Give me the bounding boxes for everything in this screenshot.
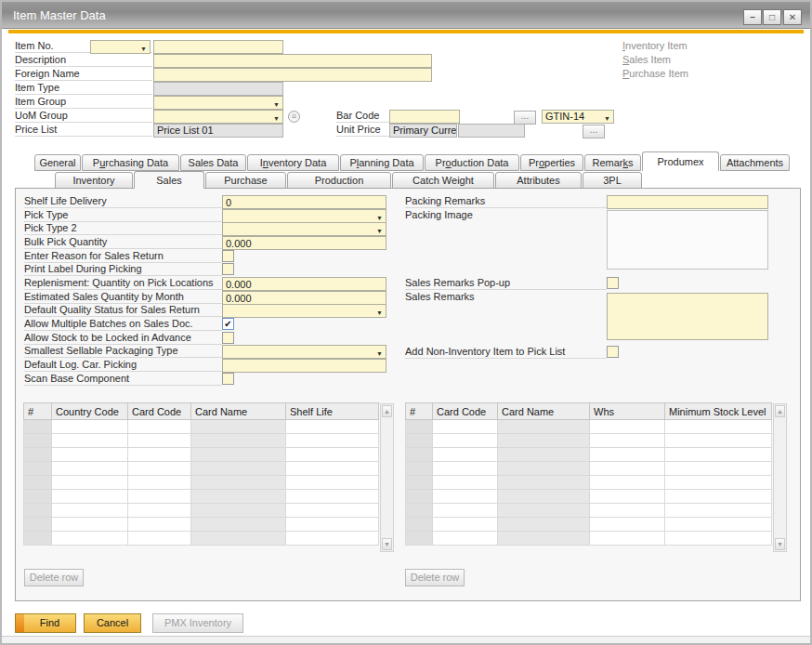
table-cell[interactable] (406, 462, 433, 476)
subtab-sales[interactable]: Sales (134, 171, 204, 189)
table-cell[interactable] (52, 504, 128, 518)
column-header[interactable]: Shelf Life (286, 403, 379, 420)
table-cell[interactable] (24, 532, 52, 546)
estimated-sales-qty-input[interactable] (222, 291, 386, 305)
table-cell[interactable] (191, 532, 286, 546)
table-cell[interactable] (24, 476, 52, 490)
table-cell[interactable] (191, 490, 286, 504)
default-quality-status-select[interactable]: ▼ (222, 304, 386, 318)
cancel-button[interactable]: Cancel (84, 613, 141, 633)
table-cell[interactable] (191, 420, 286, 434)
delete-row-right-button[interactable]: Delete row (405, 569, 465, 586)
table-cell[interactable] (433, 448, 498, 462)
table-cell[interactable] (191, 504, 286, 518)
tab-planning-data[interactable]: Planning Data (340, 154, 424, 171)
table-cell[interactable] (590, 504, 665, 518)
table-cell[interactable] (590, 518, 665, 532)
column-header[interactable]: Country Code (52, 403, 128, 420)
table-cell[interactable] (665, 490, 772, 504)
packing-image-box[interactable] (607, 210, 768, 270)
sales-remarks-textarea[interactable] (607, 293, 768, 340)
table-cell[interactable] (498, 490, 590, 504)
table-cell[interactable] (128, 476, 191, 490)
pick-type-2-select[interactable]: ▼ (222, 222, 386, 236)
scroll-up-icon[interactable]: ▲ (382, 405, 392, 417)
tab-production-data[interactable]: Production Data (425, 154, 519, 171)
table-cell[interactable] (406, 532, 433, 546)
table-cell[interactable] (52, 420, 128, 434)
table-cell[interactable] (52, 434, 128, 448)
close-button[interactable]: ✕ (783, 9, 802, 25)
table-cell[interactable] (406, 504, 433, 518)
column-header[interactable]: # (406, 403, 433, 420)
gtin-select[interactable]: GTIN-14▼ (542, 110, 614, 124)
table-cell[interactable] (286, 462, 379, 476)
table-cell[interactable] (52, 448, 128, 462)
maximize-button[interactable]: □ (763, 9, 781, 25)
column-header[interactable]: Card Name (498, 403, 590, 420)
table-cell[interactable] (128, 434, 191, 448)
table-cell[interactable] (433, 434, 498, 448)
table-cell[interactable] (498, 532, 590, 546)
column-header[interactable]: Card Code (128, 403, 191, 420)
table-cell[interactable] (128, 448, 191, 462)
subtab-3pl[interactable]: 3PL (583, 172, 642, 189)
table-cell[interactable] (286, 434, 379, 448)
tab-inventory-data[interactable]: Inventory Data (247, 154, 339, 171)
pmx-inventory-button[interactable]: PMX Inventory (152, 613, 243, 633)
table-cell[interactable] (191, 448, 286, 462)
bulk-pick-quantity-input[interactable] (222, 236, 386, 250)
enter-reason-sales-return-checkbox[interactable] (222, 250, 234, 262)
table-cell[interactable] (433, 532, 498, 546)
table-cell[interactable] (52, 518, 128, 532)
add-non-inventory-checkbox[interactable] (607, 346, 619, 358)
tab-produmex[interactable]: Produmex (642, 151, 719, 171)
delete-row-left-button[interactable]: Delete row (24, 569, 84, 586)
table-cell[interactable] (406, 518, 433, 532)
table-cell[interactable] (24, 434, 52, 448)
table-cell[interactable] (665, 504, 772, 518)
table-cell[interactable] (665, 462, 772, 476)
table-cell[interactable] (498, 518, 590, 532)
table-cell[interactable] (433, 476, 498, 490)
table-cell[interactable] (128, 518, 191, 532)
smallest-sellable-packaging-select[interactable]: ▼ (222, 345, 386, 359)
table-cell[interactable] (24, 448, 52, 462)
table-cell[interactable] (590, 462, 665, 476)
column-header[interactable]: # (24, 403, 52, 420)
table-cell[interactable] (433, 490, 498, 504)
table-cell[interactable] (24, 490, 52, 504)
uom-group-select[interactable]: ▼ (153, 110, 283, 124)
table-cell[interactable] (590, 490, 665, 504)
subtab-inventory[interactable]: Inventory (55, 172, 133, 189)
table-cell[interactable] (498, 462, 590, 476)
table-cell[interactable] (498, 476, 590, 490)
item-no-input[interactable] (153, 40, 283, 54)
table-cell[interactable] (52, 476, 128, 490)
subtab-purchase[interactable]: Purchase (205, 172, 286, 189)
table-cell[interactable] (665, 420, 772, 434)
shelf-life-delivery-input[interactable] (222, 195, 386, 209)
item-no-mode-select[interactable]: ▼ (90, 40, 151, 54)
table-cell[interactable] (286, 518, 379, 532)
tab-remarks[interactable]: Remarks (584, 154, 641, 171)
table-cell[interactable] (665, 434, 772, 448)
left-table-scrollbar[interactable]: ▲ ▼ (380, 403, 394, 552)
bar-code-browse-button[interactable]: ... (514, 111, 536, 125)
table-cell[interactable] (128, 420, 191, 434)
allow-stock-locked-checkbox[interactable] (222, 332, 234, 344)
scroll-down-icon[interactable]: ▼ (382, 538, 392, 550)
table-cell[interactable] (590, 476, 665, 490)
column-header[interactable]: Card Name (191, 403, 286, 420)
table-cell[interactable] (665, 518, 772, 532)
table-cell[interactable] (286, 448, 379, 462)
table-cell[interactable] (52, 532, 128, 546)
scroll-down-icon[interactable]: ▼ (775, 538, 785, 550)
default-log-car-picking-input[interactable] (222, 359, 386, 373)
sales-remarks-popup-checkbox[interactable] (607, 277, 619, 289)
column-header[interactable]: Card Code (433, 403, 498, 420)
foreign-name-input[interactable] (153, 68, 432, 82)
table-cell[interactable] (191, 476, 286, 490)
table-cell[interactable] (590, 434, 665, 448)
table-cell[interactable] (406, 434, 433, 448)
